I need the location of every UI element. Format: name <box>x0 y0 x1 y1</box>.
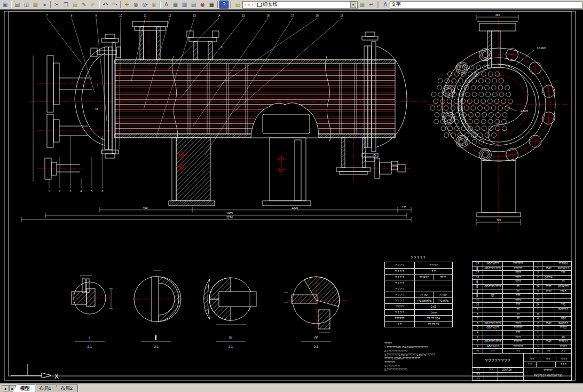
markup-button[interactable]: ◉ <box>198 1 207 9</box>
find-button[interactable]: A <box>162 1 171 9</box>
bom-cell: 3 <box>534 271 542 275</box>
bom-cell: 2 <box>534 326 542 330</box>
bom-cell: ????? <box>555 344 571 349</box>
copy-button[interactable]: ❐ <box>61 1 70 9</box>
application-window: 460 1200 1985 2270 155 I III II IV 78910… <box>0 0 583 392</box>
bom-cell: GB/????-???? <box>483 340 503 344</box>
tool-palettes-button[interactable]: ▤ <box>189 1 198 9</box>
spec-row: ?????0.65 <box>385 303 452 309</box>
svg-text:1: 1 <box>49 190 50 193</box>
bom-cell: ▌ <box>472 266 483 271</box>
designcenter-button[interactable]: ▦ <box>171 1 180 9</box>
layer-dropdown-arrow-icon[interactable]: ▼ <box>350 2 356 8</box>
toolbar-standard: ▣▤◫▥●✂❐▤✎✐↶▾↷▾✚◎◎▾◎A▦▨▤◉▦? <box>1 1 229 9</box>
match-properties-button[interactable]: ✎ <box>80 1 89 9</box>
web-button[interactable]: ● <box>40 1 49 9</box>
zoom-previous-button[interactable]: ◎ <box>149 1 159 9</box>
redo-button[interactable]: ↷▾ <box>110 1 119 9</box>
title-info-cell: ? ? <box>472 377 484 381</box>
quickcalc-button[interactable]: ▦ <box>207 1 216 9</box>
help-button[interactable]: ? <box>219 1 229 9</box>
designcenter-icon: ▦ <box>173 1 178 9</box>
title-block-info: ? ?? ?2007.08? ?? ? <box>472 367 524 381</box>
toolbar-separator <box>50 1 51 8</box>
main-view <box>33 21 407 206</box>
block-editor-button[interactable]: ✐ <box>89 1 98 9</box>
bom-cell <box>483 317 503 321</box>
cut-button[interactable]: ✂ <box>52 1 61 9</box>
svg-text:8: 8 <box>71 14 73 17</box>
bom-row: ▌??3??????1.5 <box>472 289 571 294</box>
toolbar-grip-2[interactable] <box>377 1 379 8</box>
spec-row: ? ? ? ?1mm <box>385 309 452 315</box>
bulb-icon[interactable]: ● <box>244 2 247 8</box>
text-style-button[interactable]: A <box>381 1 390 9</box>
undo-button[interactable]: ↶▾ <box>101 1 110 9</box>
bom-cell: ???? <box>542 289 555 294</box>
bom-cell: ▌ <box>472 294 483 298</box>
svg-text:14: 14 <box>217 14 220 17</box>
bom-cell: 9 <box>472 308 483 312</box>
end-label-holes: 4-Φ25 <box>521 109 528 113</box>
print-button[interactable]: ▤ <box>13 1 22 9</box>
tab-nav-prev-button[interactable]: ◀ <box>2 385 9 391</box>
bom-cell <box>542 262 555 266</box>
properties-button[interactable]: ▨ <box>180 1 189 9</box>
zoom-realtime-button[interactable]: ◎ <box>131 1 140 9</box>
title-info-cell <box>498 377 516 381</box>
bom-row: ▌GB/????-??????2435??M20Χ??0 <box>472 285 571 289</box>
bom-cell <box>555 299 571 303</box>
bom-cell: Q235A <box>542 276 555 280</box>
spec-cell-value <box>415 286 452 292</box>
bom-cell: ?????? <box>503 266 534 271</box>
save-button[interactable]: ▣ <box>1 1 10 9</box>
tab-layout1[interactable]: 布局1 <box>31 385 57 392</box>
print-preview-button[interactable]: ◫ <box>22 1 31 9</box>
undo-flyout-icon[interactable]: ▾ <box>107 1 108 9</box>
spec-cell-value <box>415 280 452 286</box>
spec-value-2: ??1MPa <box>434 298 453 303</box>
make-object-layer-current-button[interactable]: ▦ <box>358 1 367 9</box>
title-info-cell <box>484 372 498 377</box>
zoom-window-button[interactable]: ◎▾ <box>140 1 149 9</box>
bom-cell: ??1.5 <box>555 289 571 294</box>
save-icon: ▣ <box>3 1 7 9</box>
title-right-header-cell: ? ? <box>540 357 556 362</box>
plot-icon[interactable]: ▫ <box>255 2 257 8</box>
freeze-icon[interactable]: ● <box>248 2 250 8</box>
spec-cell-value: ?? R22?? ? <box>415 275 452 280</box>
bom-cell: ??????? <box>503 262 534 266</box>
spec-cell-label: ????? <box>385 304 415 309</box>
title-info-cell <box>498 372 516 377</box>
tab-layout2[interactable]: 布局2 <box>53 385 78 392</box>
spec-value-1: ?? 40° <box>415 292 434 297</box>
bom-row: ▌Q2???1 <box>472 294 571 299</box>
bom-row: 10???24??5 <box>472 303 571 308</box>
layer-previous-button[interactable]: ↩ <box>367 1 376 9</box>
layer-dropdown[interactable]: ●●◐▫ 细实线 ▼ <box>242 1 358 9</box>
bom-row: 4???1 <box>472 331 571 335</box>
lock-icon[interactable]: ◐ <box>251 2 254 8</box>
note-line: ?????1.85MPa???????????? <box>384 357 480 360</box>
zoom-window-flyout-icon[interactable]: ▾ <box>146 1 148 9</box>
svg-text:15: 15 <box>242 14 245 17</box>
text-style-dropdown[interactable]: 文字 <box>390 1 582 9</box>
bom-cell <box>483 312 503 317</box>
redo-flyout-icon[interactable]: ▾ <box>116 1 117 9</box>
bom-header-cell: ? ? <box>483 349 503 353</box>
bom-cell: GB/T 61?? <box>483 344 503 349</box>
copy-icon: ❐ <box>64 1 68 9</box>
bom-row: 9??1Φ2???.0 <box>472 308 571 312</box>
bom-cell: ??? <box>503 303 534 307</box>
pan-button[interactable]: ✚ <box>122 1 131 9</box>
layer-properties-button[interactable]: ▤ <box>233 1 242 9</box>
publish-button[interactable]: ▥ <box>31 1 40 9</box>
spec-cell-label: ? ? ? ? <box>385 298 415 303</box>
bom-cell <box>542 271 555 275</box>
toolbar-grip[interactable] <box>230 1 232 8</box>
paste-button[interactable]: ▤ <box>70 1 80 9</box>
bom-cell: 1 <box>534 294 542 298</box>
tab-model[interactable]: 模型 <box>13 385 35 392</box>
bom-cell: 5 <box>472 326 483 330</box>
svg-text:2: 2 <box>59 190 61 193</box>
